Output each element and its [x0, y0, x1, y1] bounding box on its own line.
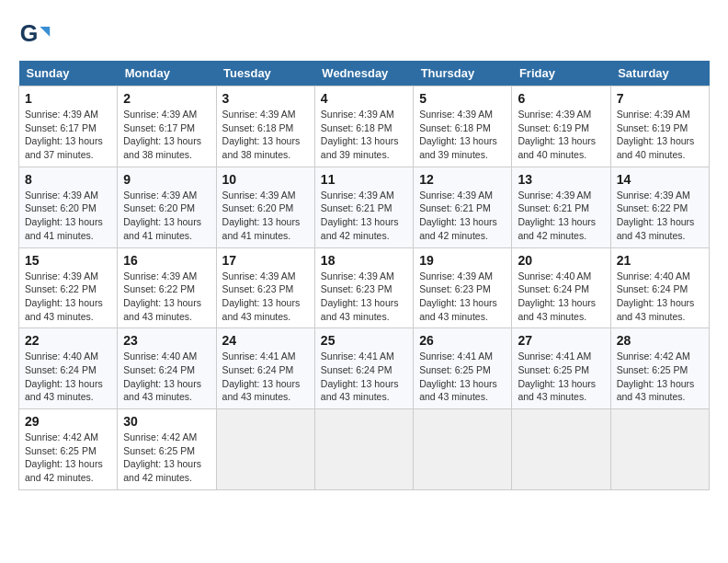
day-info: Sunrise: 4:39 AM Sunset: 6:17 PM Dayligh…: [123, 108, 210, 162]
calendar-cell: 8Sunrise: 4:39 AM Sunset: 6:20 PM Daylig…: [19, 167, 118, 247]
day-info: Sunrise: 4:39 AM Sunset: 6:19 PM Dayligh…: [617, 108, 703, 162]
day-number: 15: [25, 253, 111, 268]
calendar-row: 29Sunrise: 4:42 AM Sunset: 6:25 PM Dayli…: [19, 409, 710, 490]
calendar-row: 8Sunrise: 4:39 AM Sunset: 6:20 PM Daylig…: [19, 167, 710, 247]
calendar-cell: 14Sunrise: 4:39 AM Sunset: 6:22 PM Dayli…: [610, 167, 709, 247]
day-info: Sunrise: 4:39 AM Sunset: 6:18 PM Dayligh…: [222, 108, 309, 162]
day-number: 26: [419, 333, 506, 348]
day-number: 22: [25, 333, 111, 348]
weekday-header: Monday: [118, 61, 216, 86]
day-info: Sunrise: 4:40 AM Sunset: 6:24 PM Dayligh…: [617, 270, 703, 324]
calendar-cell: 4Sunrise: 4:39 AM Sunset: 6:18 PM Daylig…: [314, 86, 413, 167]
day-info: Sunrise: 4:39 AM Sunset: 6:18 PM Dayligh…: [419, 108, 506, 162]
weekday-header: Sunday: [19, 61, 118, 86]
day-info: Sunrise: 4:39 AM Sunset: 6:17 PM Dayligh…: [25, 108, 111, 162]
day-number: 13: [518, 172, 604, 187]
calendar-cell: 5Sunrise: 4:39 AM Sunset: 6:18 PM Daylig…: [414, 86, 512, 167]
calendar-table: SundayMondayTuesdayWednesdayThursdayFrid…: [18, 61, 710, 490]
day-info: Sunrise: 4:39 AM Sunset: 6:22 PM Dayligh…: [123, 270, 210, 324]
day-info: Sunrise: 4:41 AM Sunset: 6:25 PM Dayligh…: [419, 350, 506, 404]
day-number: 18: [321, 253, 407, 268]
weekday-header: Friday: [512, 61, 610, 86]
day-number: 7: [617, 91, 703, 106]
day-number: 24: [222, 333, 309, 348]
day-number: 25: [321, 333, 407, 348]
day-number: 20: [518, 253, 604, 268]
day-info: Sunrise: 4:42 AM Sunset: 6:25 PM Dayligh…: [617, 350, 703, 404]
day-info: Sunrise: 4:39 AM Sunset: 6:20 PM Dayligh…: [222, 189, 309, 243]
day-number: 2: [123, 91, 210, 106]
day-number: 11: [321, 172, 407, 187]
calendar-cell: 6Sunrise: 4:39 AM Sunset: 6:19 PM Daylig…: [512, 86, 610, 167]
day-info: Sunrise: 4:39 AM Sunset: 6:23 PM Dayligh…: [222, 270, 309, 324]
calendar-cell: 22Sunrise: 4:40 AM Sunset: 6:24 PM Dayli…: [19, 328, 118, 409]
calendar-cell: 28Sunrise: 4:42 AM Sunset: 6:25 PM Dayli…: [610, 328, 709, 409]
day-number: 1: [25, 91, 111, 106]
calendar-cell: 7Sunrise: 4:39 AM Sunset: 6:19 PM Daylig…: [610, 86, 709, 167]
calendar-cell: [610, 409, 709, 490]
day-number: 5: [419, 91, 506, 106]
day-info: Sunrise: 4:39 AM Sunset: 6:20 PM Dayligh…: [25, 189, 111, 243]
calendar-cell: 24Sunrise: 4:41 AM Sunset: 6:24 PM Dayli…: [216, 328, 314, 409]
calendar-cell: [512, 409, 610, 490]
calendar-cell: 17Sunrise: 4:39 AM Sunset: 6:23 PM Dayli…: [216, 247, 314, 328]
day-info: Sunrise: 4:39 AM Sunset: 6:20 PM Dayligh…: [123, 189, 210, 243]
logo-icon: G: [18, 18, 51, 52]
day-number: 21: [617, 253, 703, 268]
calendar-cell: 11Sunrise: 4:39 AM Sunset: 6:21 PM Dayli…: [314, 167, 413, 247]
day-info: Sunrise: 4:39 AM Sunset: 6:21 PM Dayligh…: [518, 189, 604, 243]
day-info: Sunrise: 4:41 AM Sunset: 6:24 PM Dayligh…: [321, 350, 407, 404]
calendar-cell: 19Sunrise: 4:39 AM Sunset: 6:23 PM Dayli…: [414, 247, 512, 328]
calendar-cell: 18Sunrise: 4:39 AM Sunset: 6:23 PM Dayli…: [314, 247, 413, 328]
calendar-cell: [414, 409, 512, 490]
day-info: Sunrise: 4:39 AM Sunset: 6:23 PM Dayligh…: [321, 270, 407, 324]
calendar-cell: 21Sunrise: 4:40 AM Sunset: 6:24 PM Dayli…: [610, 247, 709, 328]
day-info: Sunrise: 4:39 AM Sunset: 6:21 PM Dayligh…: [321, 189, 407, 243]
day-info: Sunrise: 4:39 AM Sunset: 6:21 PM Dayligh…: [419, 189, 506, 243]
day-info: Sunrise: 4:39 AM Sunset: 6:22 PM Dayligh…: [25, 270, 111, 324]
svg-marker-1: [40, 27, 50, 37]
day-number: 19: [419, 253, 506, 268]
day-number: 9: [123, 172, 210, 187]
day-info: Sunrise: 4:39 AM Sunset: 6:18 PM Dayligh…: [321, 108, 407, 162]
day-info: Sunrise: 4:39 AM Sunset: 6:23 PM Dayligh…: [419, 270, 506, 324]
calendar-cell: 16Sunrise: 4:39 AM Sunset: 6:22 PM Dayli…: [118, 247, 216, 328]
day-number: 8: [25, 172, 111, 187]
day-info: Sunrise: 4:40 AM Sunset: 6:24 PM Dayligh…: [25, 350, 111, 404]
page-header: G: [18, 18, 710, 52]
calendar-cell: 26Sunrise: 4:41 AM Sunset: 6:25 PM Dayli…: [414, 328, 512, 409]
day-number: 28: [617, 333, 703, 348]
weekday-header: Saturday: [610, 61, 709, 86]
day-info: Sunrise: 4:40 AM Sunset: 6:24 PM Dayligh…: [123, 350, 210, 404]
day-info: Sunrise: 4:41 AM Sunset: 6:24 PM Dayligh…: [222, 350, 309, 404]
day-number: 4: [321, 91, 407, 106]
calendar-cell: 9Sunrise: 4:39 AM Sunset: 6:20 PM Daylig…: [118, 167, 216, 247]
day-number: 16: [123, 253, 210, 268]
day-number: 6: [518, 91, 604, 106]
calendar-cell: 2Sunrise: 4:39 AM Sunset: 6:17 PM Daylig…: [118, 86, 216, 167]
calendar-cell: 23Sunrise: 4:40 AM Sunset: 6:24 PM Dayli…: [118, 328, 216, 409]
day-info: Sunrise: 4:40 AM Sunset: 6:24 PM Dayligh…: [518, 270, 604, 324]
calendar-row: 15Sunrise: 4:39 AM Sunset: 6:22 PM Dayli…: [19, 247, 710, 328]
day-info: Sunrise: 4:42 AM Sunset: 6:25 PM Dayligh…: [25, 431, 111, 485]
day-number: 14: [617, 172, 703, 187]
logo: G: [18, 18, 55, 52]
calendar-cell: 20Sunrise: 4:40 AM Sunset: 6:24 PM Dayli…: [512, 247, 610, 328]
calendar-cell: 1Sunrise: 4:39 AM Sunset: 6:17 PM Daylig…: [19, 86, 118, 167]
calendar-cell: 10Sunrise: 4:39 AM Sunset: 6:20 PM Dayli…: [216, 167, 314, 247]
day-number: 27: [518, 333, 604, 348]
calendar-cell: 25Sunrise: 4:41 AM Sunset: 6:24 PM Dayli…: [314, 328, 413, 409]
calendar-row: 1Sunrise: 4:39 AM Sunset: 6:17 PM Daylig…: [19, 86, 710, 167]
weekday-header: Thursday: [414, 61, 512, 86]
day-number: 17: [222, 253, 309, 268]
calendar-cell: 30Sunrise: 4:42 AM Sunset: 6:25 PM Dayli…: [118, 409, 216, 490]
day-number: 23: [123, 333, 210, 348]
calendar-row: 22Sunrise: 4:40 AM Sunset: 6:24 PM Dayli…: [19, 328, 710, 409]
day-number: 10: [222, 172, 309, 187]
calendar-cell: 29Sunrise: 4:42 AM Sunset: 6:25 PM Dayli…: [19, 409, 118, 490]
svg-text:G: G: [20, 20, 39, 46]
calendar-cell: 27Sunrise: 4:41 AM Sunset: 6:25 PM Dayli…: [512, 328, 610, 409]
calendar-cell: 12Sunrise: 4:39 AM Sunset: 6:21 PM Dayli…: [414, 167, 512, 247]
calendar-cell: 3Sunrise: 4:39 AM Sunset: 6:18 PM Daylig…: [216, 86, 314, 167]
calendar-cell: [216, 409, 314, 490]
